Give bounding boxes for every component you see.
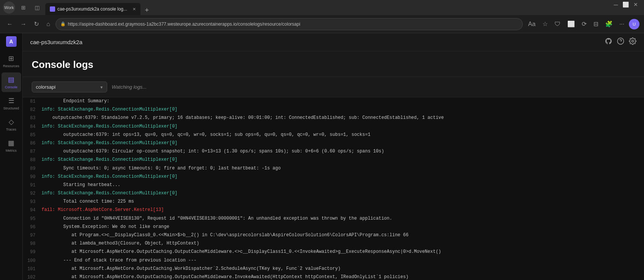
ext-btn-2[interactable]: ◫ — [32, 2, 42, 13]
log-content: --- End of stack trace from previous loc… — [42, 257, 644, 264]
maximize-button[interactable]: ⬜ — [622, 2, 629, 8]
app-container: A ⊞ Resources ▤ Console ☰ Structured ◇ T… — [0, 33, 644, 280]
help-icon[interactable] — [617, 37, 624, 47]
sidebar-item-traces[interactable]: ◇ Traces — [2, 115, 21, 134]
line-number: 82 — [23, 106, 42, 114]
sidebar-item-structured[interactable]: ☰ Structured — [2, 94, 21, 113]
log-content: info: StackExchange.Redis.ConnectionMult… — [42, 190, 644, 197]
sidebar-label-resources: Resources — [3, 64, 19, 68]
log-line: 84info: StackExchange.Redis.ConnectionMu… — [23, 123, 644, 131]
metrics-icon: ▦ — [8, 139, 14, 147]
log-content: info: StackExchange.Redis.ConnectionMult… — [42, 123, 644, 130]
tab-close-button[interactable]: ✕ — [132, 7, 136, 12]
log-content: Endpoint Summary: — [42, 98, 644, 105]
log-content: info: StackExchange.Redis.ConnectionMult… — [42, 106, 644, 113]
log-content: at Microsoft.AspNetCore.OutputCaching.Ou… — [42, 248, 644, 255]
refresh-button[interactable]: ↻ — [32, 19, 41, 29]
favorites-button[interactable]: ☆ — [540, 19, 550, 29]
svg-point-2 — [632, 40, 634, 42]
resource-select-wrapper: colorsapi — [32, 82, 107, 92]
line-number: 95 — [23, 215, 42, 223]
log-content: fail: Microsoft.AspNetCore.Server.Kestre… — [42, 206, 644, 214]
app-logo: A — [6, 36, 17, 47]
line-number: 93 — [23, 198, 42, 206]
resources-icon: ⊞ — [8, 54, 14, 63]
log-line: 83 outputcache:6379: Standalone v7.2.5, … — [23, 114, 644, 122]
ext-btn-1[interactable]: ⊞ — [18, 2, 29, 13]
reader-mode-button[interactable]: Aa — [526, 19, 538, 29]
structured-icon: ☰ — [8, 97, 14, 105]
profile-button[interactable]: Work — [3, 2, 15, 14]
sidebar: A ⊞ Resources ▤ Console ☰ Structured ◇ T… — [0, 33, 23, 280]
log-content: at Program.<>c__DisplayClass0_0.<<Main>$… — [42, 232, 644, 239]
line-number: 94 — [23, 206, 42, 214]
log-content: outputcache:6379: Standalone v7.2.5, pri… — [42, 114, 644, 122]
sidebar-item-metrics[interactable]: ▦ Metrics — [2, 136, 21, 155]
user-avatar[interactable]: U — [629, 19, 639, 29]
log-content: at Microsoft.AspNetCore.OutputCaching.Ou… — [42, 274, 644, 280]
extension-button[interactable]: 🛡 — [552, 19, 563, 29]
line-number: 98 — [23, 240, 42, 248]
toolbar: colorsapi Watching logs... — [23, 77, 644, 97]
sidebar-label-structured: Structured — [3, 106, 19, 110]
line-number: 89 — [23, 165, 42, 172]
app-name: cae-ps3unxumdzk2a — [30, 39, 82, 45]
log-line: 81 Endpoint Summary: — [23, 97, 644, 106]
new-tab-button[interactable]: + — [142, 6, 152, 14]
traces-icon: ◇ — [9, 118, 14, 126]
more-button[interactable]: ··· — [617, 19, 627, 29]
page-title: Console logs — [32, 59, 635, 71]
log-content: Sync timeouts: 0; async timeouts: 0; fir… — [42, 165, 644, 172]
page-header: Console logs — [23, 51, 644, 77]
back-button[interactable]: ← — [5, 19, 15, 29]
log-line: 98 at lambda_method3(Closure, Object, Ht… — [23, 240, 644, 248]
sidebar-item-resources[interactable]: ⊞ Resources — [2, 51, 21, 71]
log-content: outputcache:6379: Circular op-count snap… — [42, 148, 644, 155]
main-content: cae-ps3unxumdzk2a Console logs — [23, 33, 644, 280]
sidebar-label-console: Console — [5, 85, 17, 89]
app-header: cae-ps3unxumdzk2a — [23, 33, 644, 51]
browser-ext-button[interactable]: 🧩 — [603, 19, 615, 29]
log-line: 93 Total connect time: 225 ms — [23, 198, 644, 206]
line-number: 97 — [23, 232, 42, 239]
refresh-btn2[interactable]: ⟳ — [579, 19, 589, 29]
close-button[interactable]: ✕ — [633, 2, 638, 8]
active-tab[interactable]: cae-ps3unxumdzk2a console log... ✕ — [45, 3, 140, 15]
log-content: info: StackExchange.Redis.ConnectionMult… — [42, 140, 644, 147]
ext-btn-extra[interactable]: ⬜ — [565, 19, 577, 29]
log-line: 90info: StackExchange.Redis.ConnectionMu… — [23, 173, 644, 181]
line-number: 101 — [23, 265, 42, 273]
forward-button[interactable]: → — [18, 19, 29, 29]
log-line: 87 outputcache:6379: Circular op-count s… — [23, 148, 644, 156]
resource-select[interactable]: colorsapi — [32, 82, 107, 92]
log-line: 91 Starting heartbeat... — [23, 181, 644, 189]
line-number: 83 — [23, 114, 42, 122]
minimize-button[interactable]: ─ — [614, 2, 618, 8]
github-icon[interactable] — [605, 37, 612, 47]
log-content: info: StackExchange.Redis.ConnectionMult… — [42, 173, 644, 180]
line-number: 99 — [23, 248, 42, 256]
log-line: 85 outputcache:6379: int ops=13, qu=0, q… — [23, 131, 644, 139]
line-number: 90 — [23, 173, 42, 181]
line-number: 81 — [23, 98, 42, 105]
nav-actions: Aa ☆ 🛡 ⬜ ⟳ ⊟ 🧩 ··· U — [526, 19, 639, 29]
log-line: 86info: StackExchange.Redis.ConnectionMu… — [23, 139, 644, 148]
log-area[interactable]: 81 Endpoint Summary:82info: StackExchang… — [23, 97, 644, 280]
line-number: 87 — [23, 148, 42, 155]
logo-text: A — [9, 38, 13, 45]
split-view-button[interactable]: ⊟ — [591, 19, 601, 29]
home-button[interactable]: ⌂ — [44, 19, 52, 29]
settings-icon[interactable] — [629, 37, 636, 47]
log-line: 100 --- End of stack trace from previous… — [23, 257, 644, 265]
log-line: 102 at Microsoft.AspNetCore.OutputCachin… — [23, 273, 644, 280]
line-number: 86 — [23, 140, 42, 147]
sidebar-item-console[interactable]: ▤ Console — [2, 72, 21, 92]
app-logo-area: A — [6, 36, 17, 47]
address-bar[interactable]: 🔒 https://aspire-dashboard.ext.graymoss-… — [55, 18, 523, 30]
log-content: info: StackExchange.Redis.ConnectionMult… — [42, 156, 644, 163]
log-line: 95 Connection id "0HN4VEISE8130", Reques… — [23, 215, 644, 223]
console-icon: ▤ — [8, 75, 14, 84]
tab-bar: Work ⊞ ◫ cae-ps3unxumdzk2a console log..… — [0, 0, 644, 15]
sidebar-label-traces: Traces — [6, 128, 16, 131]
line-number: 91 — [23, 182, 42, 189]
